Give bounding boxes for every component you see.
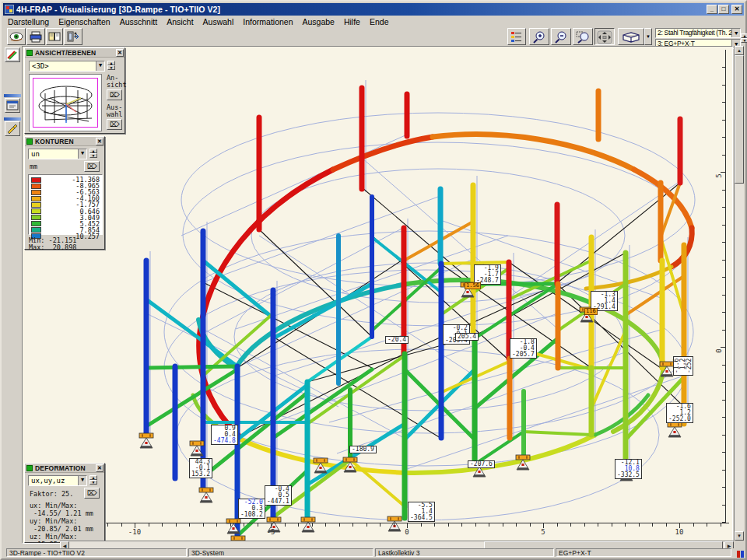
axis-tick-label: 5 xyxy=(541,528,545,536)
spinner-down-icon[interactable]: ▼ xyxy=(741,38,747,43)
deformation-apply-icon[interactable]: ⌦ xyxy=(84,488,100,499)
axis-tick-label: -10 xyxy=(128,528,141,536)
konturen-combobox[interactable]: un ▼ xyxy=(28,149,87,159)
deformation-combobox[interactable]: ux,uy,uz ▼ xyxy=(28,475,87,486)
konturen-spinner[interactable]: ▲ ▼ xyxy=(89,149,97,159)
vertical-ruler: 50 xyxy=(715,47,726,543)
view-combobox-arrow-icon[interactable]: ▼ xyxy=(96,61,104,71)
axis-tick xyxy=(366,523,367,527)
result-combobox-arrow-icon[interactable]: ▼ xyxy=(731,29,740,37)
menu-item[interactable]: Darstellung xyxy=(3,17,54,26)
reaction-value-label: 205.4 xyxy=(455,333,479,341)
close-button[interactable]: ✕ xyxy=(731,5,742,14)
maximize-button[interactable]: □ xyxy=(718,5,729,14)
edit-pencil-icon[interactable] xyxy=(5,47,20,62)
axis-tick xyxy=(722,190,725,191)
menu-item[interactable]: Informationen xyxy=(238,17,297,26)
axis-tick-label: 0 xyxy=(714,348,722,352)
scale-color-swatch xyxy=(31,215,41,220)
printer-icon[interactable] xyxy=(26,28,45,45)
spinner-down-icon[interactable]: ▼ xyxy=(89,153,97,158)
mini-panel-strip-1[interactable] xyxy=(4,94,21,97)
menu-item[interactable]: Ansicht xyxy=(162,17,198,26)
perspective-dropdown-arrow[interactable]: ▼ xyxy=(644,28,652,45)
axis-tick xyxy=(625,523,626,527)
view-spinner[interactable]: ▲ ▼ xyxy=(107,61,115,71)
menu-item[interactable]: Ausschnitt xyxy=(115,17,162,26)
panel-ansicht-ebenen[interactable]: ANSICHT/EBENEN ✕ <3D> ▼ ▲ ▼ xyxy=(24,47,125,134)
menu-item[interactable]: Hilfe xyxy=(339,17,365,26)
axis-tick xyxy=(722,365,725,366)
reaction-value-label: -12.110.8-332.5 xyxy=(615,459,642,479)
panel-konturen-close-icon[interactable]: ✕ xyxy=(96,138,103,145)
panel-konturen-titlebar[interactable]: KONTUREN ✕ xyxy=(25,137,104,146)
view-combobox[interactable]: <3D> ▼ xyxy=(29,61,105,72)
deformation-combobox-arrow-icon[interactable]: ▼ xyxy=(78,476,86,485)
axis-tick xyxy=(722,277,725,278)
axis-tick xyxy=(722,155,725,156)
vertical-scrollbar-thumb[interactable] xyxy=(735,55,744,184)
window-title: 4H-FRAP - Visualisierung [3D-Rampe - TIO… xyxy=(16,5,220,14)
view-thumbnail[interactable] xyxy=(29,74,102,131)
panel-ansicht-titlebar[interactable]: ANSICHT/EBENEN ✕ xyxy=(25,48,124,58)
mini-panel-icon-tool[interactable] xyxy=(5,121,20,136)
axis-tick xyxy=(530,523,531,527)
axis-tick xyxy=(666,523,667,527)
axis-tick xyxy=(162,523,163,527)
axis-tick xyxy=(722,522,725,523)
reaction-value-label: -207.6 xyxy=(468,460,495,468)
zoom-in-icon[interactable] xyxy=(529,28,549,45)
menu-item[interactable]: Ende xyxy=(365,17,394,26)
axis-tick xyxy=(639,523,640,527)
ansicht-apply-icon[interactable]: ⌦ xyxy=(107,89,122,100)
scale-color-swatch xyxy=(31,190,41,195)
reaction-value-label: -1.8-0.4-205.7 xyxy=(510,338,537,359)
konturen-apply-icon[interactable]: ⌦ xyxy=(84,161,100,172)
menu-item[interactable]: Eigenschaften xyxy=(54,17,115,26)
result-combobox[interactable]: 2: Stahl Tragfähigkeit (Th. 2. O ▼ xyxy=(655,28,741,38)
zoom-out-icon[interactable] xyxy=(551,28,571,45)
eye-icon[interactable] xyxy=(7,28,26,45)
mini-panel-icon-window[interactable] xyxy=(5,98,20,113)
auswahl-apply-icon[interactable]: ⌦ xyxy=(107,119,122,130)
panel-deformation-titlebar[interactable]: DEFORMATION ✕ xyxy=(25,464,104,473)
perspective-box-icon[interactable] xyxy=(618,28,644,45)
zoom-window-icon[interactable] xyxy=(573,28,593,45)
scroll-down-icon[interactable]: ▼ xyxy=(735,531,744,541)
axis-tick xyxy=(722,330,725,331)
deformation-spinner[interactable]: ▲ ▼ xyxy=(89,475,97,485)
deformation-row: uy: Min/Max: -20.85/ 2.01 mm xyxy=(30,517,93,533)
spinner-down-icon[interactable]: ▼ xyxy=(107,65,115,70)
panel-konturen[interactable]: KONTUREN ✕ un ▼ ▲ ▼ mm ⌦ -11.368 -8.965 … xyxy=(24,136,105,250)
menu-item[interactable]: Ausgabe xyxy=(298,17,339,26)
loadcase-spinner[interactable]: ▲ ▼ xyxy=(741,33,747,44)
model-viewport[interactable]: 0.90.4-474.844.3-0.1153.2-52.00.3-108.2-… xyxy=(22,46,733,544)
axis-tick xyxy=(448,523,449,527)
node-number-badge: 116 xyxy=(584,308,598,315)
exit-door-icon[interactable] xyxy=(64,28,82,45)
toolbar: ▼ 2: Stahl Tragfähigkeit (Th. 2. O ▼ 3: … xyxy=(3,27,744,46)
axis-tick xyxy=(693,523,694,527)
view-combobox-value: <3D> xyxy=(32,62,49,70)
mini-panel-strip-2[interactable] xyxy=(4,117,21,121)
panel-ansicht-close-icon[interactable]: ✕ xyxy=(116,49,124,57)
menu-item[interactable]: Auswahl xyxy=(198,17,239,26)
pan-pad-icon[interactable] xyxy=(594,28,615,45)
book-icon[interactable] xyxy=(46,28,63,45)
spinner-down-icon[interactable]: ▼ xyxy=(89,480,97,485)
konturen-combobox-value: un xyxy=(31,150,40,158)
panel-deformation[interactable]: DEFORMATION ✕ ux,uy,uz ▼ ▲ ▼ Faktor: 25.… xyxy=(24,463,105,543)
axis-tick xyxy=(722,260,725,261)
minimize-button[interactable]: _ xyxy=(707,5,717,14)
axis-tick xyxy=(722,487,725,488)
scale-color-swatch xyxy=(31,196,41,201)
vertical-scrollbar[interactable]: ▲ ▼ xyxy=(734,46,744,541)
display-options-icon[interactable] xyxy=(507,28,526,45)
app-window: 4H-FRAP - Visualisierung [3D-Rampe - TIO… xyxy=(0,0,747,560)
scroll-up-icon[interactable]: ▲ xyxy=(735,46,744,55)
konturen-combobox-arrow-icon[interactable]: ▼ xyxy=(78,149,86,159)
panel-deformation-close-icon[interactable]: ✕ xyxy=(96,464,103,472)
reaction-value-label: 0.90.4-474.8 xyxy=(211,425,238,445)
menu-bar: DarstellungEigenschaftenAusschnittAnsich… xyxy=(3,16,744,27)
axis-tick xyxy=(312,523,313,527)
